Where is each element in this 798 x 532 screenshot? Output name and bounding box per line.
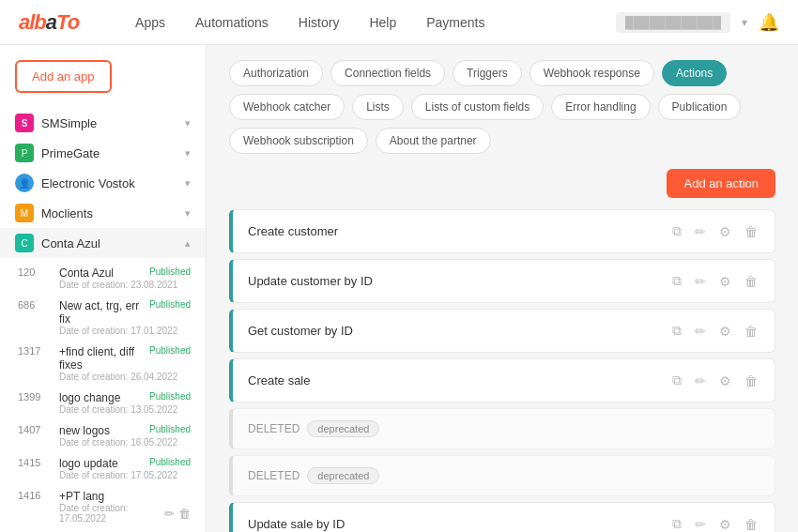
delete-icon[interactable]: 🗑 <box>743 322 760 341</box>
evostok-icon: 👤 <box>15 174 34 192</box>
actions-list: Create customer ⧉ ✏ ⚙ 🗑 Update customer … <box>229 209 775 532</box>
nav-help[interactable]: Help <box>369 11 396 34</box>
nav-apps[interactable]: Apps <box>135 11 165 34</box>
delete-icon[interactable]: 🗑 <box>743 372 760 390</box>
item-status: Published <box>149 299 191 326</box>
action-row-icons: ⧉ ✏ ⚙ 🗑 <box>670 321 760 341</box>
delete-icon[interactable]: 🗑 <box>743 222 760 241</box>
main-layout: Add an app S SMSimple ▾ P PrimeGate ▾ 👤 … <box>0 0 798 532</box>
content-area: Authorization Connection fields Triggers… <box>207 45 798 532</box>
settings-icon[interactable]: ⚙ <box>717 372 733 390</box>
copy-icon[interactable]: ⧉ <box>670 221 683 241</box>
sidebar-item-primegate[interactable]: P PrimeGate ▾ <box>0 138 206 168</box>
tab-actions[interactable]: Actions <box>662 60 727 86</box>
deleted-label: DELETED <box>248 422 299 435</box>
action-name: Create customer <box>248 224 338 238</box>
tab-webhook-catcher[interactable]: Webhook catcher <box>229 94 345 120</box>
table-row: Create customer ⧉ ✏ ⚙ 🗑 <box>229 209 775 253</box>
settings-icon[interactable]: ⚙ <box>717 322 733 341</box>
sidebar-label-primegate: PrimeGate <box>41 146 100 160</box>
sidebar-item-moclients[interactable]: M Moclients ▾ <box>0 198 206 228</box>
tab-error-handling[interactable]: Error handling <box>551 94 650 120</box>
copy-icon[interactable]: ⧉ <box>670 271 683 291</box>
list-item[interactable]: 1416 +PT lang Date of creation: 17.05.20… <box>0 485 206 528</box>
item-num: 1415 <box>18 457 52 468</box>
add-action-button[interactable]: Add an action <box>667 169 775 198</box>
tab-about-partner[interactable]: About the partner <box>376 128 491 154</box>
list-item[interactable]: 1317 +find client, diff fixes Published … <box>0 341 206 387</box>
item-status: Published <box>149 424 191 437</box>
sidebar-item-contaazul[interactable]: C Conta Azul ▴ <box>0 228 206 258</box>
edit-icon[interactable]: ✏ <box>693 272 708 291</box>
item-date: Date of creation: 17.05.2022 <box>59 470 191 480</box>
sidebar-label-moclients: Moclients <box>41 206 93 220</box>
list-item[interactable]: 1415 logo update Published Date of creat… <box>0 452 206 485</box>
settings-icon[interactable]: ⚙ <box>717 272 733 291</box>
item-status: Published <box>149 391 191 404</box>
list-item[interactable]: 1407 new logos Published Date of creatio… <box>0 419 206 452</box>
nav-history[interactable]: History <box>299 11 340 34</box>
contaazul-icon: C <box>15 234 34 252</box>
deleted-row-content: DELETED deprecated <box>248 420 379 437</box>
copy-icon[interactable]: ⧉ <box>670 514 683 532</box>
action-row-icons: ⧉ ✏ ⚙ 🗑 <box>670 221 760 241</box>
action-row-icons: ⧉ ✏ ⚙ 🗑 <box>670 514 760 532</box>
chevron-icon: ▾ <box>185 207 191 220</box>
list-item[interactable]: 120 Conta Azul Published Date of creatio… <box>0 262 206 295</box>
nav-payments[interactable]: Payments <box>426 11 484 34</box>
item-name: New act, trg, err fix <box>59 299 149 326</box>
tab-webhook-subscription[interactable]: Webhook subscription <box>229 128 368 154</box>
item-num: 1399 <box>18 391 52 403</box>
delete-icon[interactable]: 🗑 <box>178 507 191 521</box>
item-name: new logos <box>59 424 149 437</box>
item-date: Date of creation: 17.05.2022 <box>59 503 164 524</box>
deprecated-badge: deprecated <box>307 467 379 484</box>
copy-icon[interactable]: ⧉ <box>670 321 683 341</box>
tab-triggers[interactable]: Triggers <box>453 60 522 86</box>
action-row-icons: ⧉ ✏ ⚙ 🗑 <box>670 271 760 291</box>
chevron-icon: ▾ <box>185 117 191 129</box>
header: albaTo Apps Automations History Help Pay… <box>0 0 798 45</box>
settings-icon[interactable]: ⚙ <box>717 515 733 533</box>
chevron-icon: ▾ <box>185 147 191 160</box>
content-toolbar: Add an action <box>229 169 775 198</box>
item-name: +find client, diff fixes <box>59 345 149 372</box>
edit-icon[interactable]: ✏ <box>693 515 708 533</box>
tab-authorization[interactable]: Authorization <box>229 60 323 86</box>
item-status: Published <box>149 345 191 372</box>
chevron-icon: ▴ <box>185 237 191 250</box>
tab-connection-fields[interactable]: Connection fields <box>330 60 445 86</box>
item-num: 1317 <box>18 345 52 357</box>
table-row: DELETED deprecated <box>229 408 775 449</box>
list-item[interactable]: 1399 logo change Published Date of creat… <box>0 387 206 419</box>
tab-webhook-response[interactable]: Webhook response <box>529 60 654 86</box>
delete-icon[interactable]: 🗑 <box>743 515 760 533</box>
deprecated-badge: deprecated <box>307 420 379 437</box>
edit-icon[interactable]: ✏ <box>693 372 708 390</box>
tab-lists-custom-fields[interactable]: Lists of custom fields <box>411 94 544 120</box>
table-row: Create sale ⧉ ✏ ⚙ 🗑 <box>229 358 775 403</box>
item-status: Published <box>149 457 191 470</box>
table-row: Get customer by ID ⧉ ✏ ⚙ 🗑 <box>229 309 775 353</box>
settings-icon[interactable]: ⚙ <box>717 222 733 241</box>
item-date: Date of creation: 13.05.2022 <box>59 404 191 415</box>
primegate-icon: P <box>15 144 34 162</box>
item-num: 1407 <box>18 424 52 435</box>
tab-publication[interactable]: Publication <box>658 94 742 120</box>
bell-icon[interactable]: 🔔 <box>759 12 779 33</box>
edit-icon[interactable]: ✏ <box>693 222 708 241</box>
tab-lists[interactable]: Lists <box>352 94 404 120</box>
sidebar-item-smsimple[interactable]: S SMSimple ▾ <box>0 108 206 138</box>
action-row-icons: ⧉ ✏ ⚙ 🗑 <box>670 371 760 390</box>
list-item[interactable]: 686 New act, trg, err fix Published Date… <box>0 295 206 341</box>
item-name: logo change <box>59 391 149 404</box>
edit-icon[interactable]: ✏ <box>164 507 175 521</box>
item-name: +PT lang <box>59 490 191 503</box>
edit-icon[interactable]: ✏ <box>693 322 708 341</box>
add-app-button[interactable]: Add an app <box>15 60 112 93</box>
sidebar-item-evostok[interactable]: 👤 Electronic Vostok ▾ <box>0 168 206 198</box>
item-date: Date of creation: 26.04.2022 <box>59 372 191 382</box>
delete-icon[interactable]: 🗑 <box>743 272 760 291</box>
nav-automations[interactable]: Automations <box>195 11 269 34</box>
copy-icon[interactable]: ⧉ <box>670 371 683 390</box>
